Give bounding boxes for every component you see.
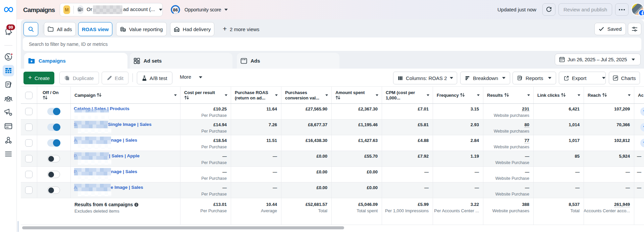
svg-text:86: 86: [173, 7, 178, 12]
